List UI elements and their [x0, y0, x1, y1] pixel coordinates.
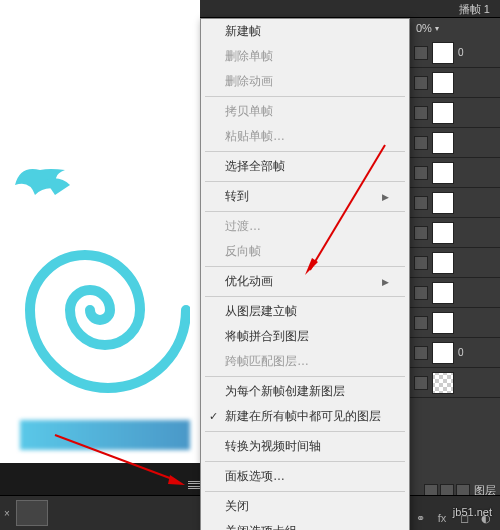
visibility-toggle-icon[interactable] [414, 346, 428, 360]
visibility-toggle-icon[interactable] [414, 76, 428, 90]
visibility-toggle-icon[interactable] [414, 226, 428, 240]
visibility-toggle-icon[interactable] [414, 256, 428, 270]
layer-row[interactable] [410, 158, 500, 188]
layer-row[interactable] [410, 128, 500, 158]
menu-paste-frame: 粘贴单帧… [201, 124, 409, 149]
fx-icon[interactable]: fx [434, 510, 450, 526]
visibility-toggle-icon[interactable] [414, 46, 428, 60]
menu-new-layers-visible[interactable]: ✓新建在所有帧中都可见的图层 [201, 404, 409, 429]
menu-copy-frame: 拷贝单帧 [201, 99, 409, 124]
opacity-control[interactable]: 0% ▾ [410, 18, 500, 38]
opacity-value: 0% [416, 22, 432, 34]
layer-thumbnail [432, 222, 454, 244]
layer-row[interactable] [410, 98, 500, 128]
menu-separator [205, 96, 405, 97]
layer-thumbnail [432, 102, 454, 124]
menu-separator [205, 461, 405, 462]
visibility-toggle-icon[interactable] [414, 196, 428, 210]
layer-row[interactable] [410, 68, 500, 98]
menu-separator [205, 491, 405, 492]
menu-separator [205, 431, 405, 432]
canvas-area[interactable] [0, 0, 200, 465]
menu-delete-frame: 删除单帧 [201, 44, 409, 69]
menu-new-frame[interactable]: 新建帧 [201, 19, 409, 44]
dropdown-arrow-icon: ▾ [435, 24, 439, 33]
layer-list: 0 0 [410, 38, 500, 398]
menu-separator [205, 151, 405, 152]
layer-row[interactable] [410, 308, 500, 338]
menu-goto[interactable]: 转到▶ [201, 184, 409, 209]
layer-thumbnail [432, 282, 454, 304]
menu-close[interactable]: 关闭 [201, 494, 409, 519]
spiral-artwork [10, 160, 190, 410]
layer-row[interactable] [410, 188, 500, 218]
canvas-cutoff [0, 463, 200, 467]
visibility-toggle-icon[interactable] [414, 136, 428, 150]
visibility-toggle-icon[interactable] [414, 106, 428, 120]
visibility-toggle-icon[interactable] [414, 166, 428, 180]
layer-row[interactable] [410, 278, 500, 308]
menu-reverse-frames: 反向帧 [201, 239, 409, 264]
menu-convert-to-video-timeline[interactable]: 转换为视频时间轴 [201, 434, 409, 459]
layer-thumbnail [432, 132, 454, 154]
layer-row[interactable]: 0 [410, 338, 500, 368]
layer-row[interactable] [410, 368, 500, 398]
layer-row[interactable] [410, 218, 500, 248]
menu-tween: 过渡… [201, 214, 409, 239]
layer-thumbnail [432, 312, 454, 334]
layer-thumbnail [432, 72, 454, 94]
menu-separator [205, 296, 405, 297]
menu-match-layers: 跨帧匹配图层… [201, 349, 409, 374]
visibility-toggle-icon[interactable] [414, 286, 428, 300]
timeline-panel-menu: 新建帧 删除单帧 删除动画 拷贝单帧 粘贴单帧… 选择全部帧 转到▶ 过渡… 反… [200, 18, 410, 530]
menu-close-tab-group[interactable]: 关闭选项卡组 [201, 519, 409, 530]
svg-marker-3 [168, 475, 185, 485]
layer-thumbnail [432, 192, 454, 214]
watermark: jb51.net [453, 506, 492, 518]
link-layers-icon[interactable]: ⚭ [412, 510, 428, 526]
menu-delete-animation: 删除动画 [201, 69, 409, 94]
close-icon[interactable]: × [4, 508, 10, 519]
menu-make-frames-from-layers[interactable]: 从图层建立帧 [201, 299, 409, 324]
menu-separator [205, 181, 405, 182]
timeline-frame-thumb[interactable] [16, 500, 48, 526]
layer-row[interactable] [410, 248, 500, 278]
layer-thumbnail [432, 162, 454, 184]
submenu-arrow-icon: ▶ [382, 192, 389, 202]
menu-separator [205, 211, 405, 212]
visibility-toggle-icon[interactable] [414, 376, 428, 390]
menu-separator [205, 266, 405, 267]
checkmark-icon: ✓ [209, 410, 218, 423]
layer-name: 0 [458, 347, 464, 358]
menu-panel-options[interactable]: 面板选项… [201, 464, 409, 489]
menu-flatten-frames-to-layers[interactable]: 将帧拼合到图层 [201, 324, 409, 349]
layer-thumbnail [432, 252, 454, 274]
menu-select-all-frames[interactable]: 选择全部帧 [201, 154, 409, 179]
layer-thumbnail [432, 372, 454, 394]
visibility-toggle-icon[interactable] [414, 316, 428, 330]
menu-optimize-animation[interactable]: 优化动画▶ [201, 269, 409, 294]
blur-region [20, 420, 190, 450]
layer-name: 0 [458, 47, 464, 58]
frame-tab-label: 播帧 1 [459, 2, 490, 17]
layers-panel: 0% ▾ 0 0 [410, 18, 500, 500]
menu-new-layer-per-frame[interactable]: 为每个新帧创建新图层 [201, 379, 409, 404]
submenu-arrow-icon: ▶ [382, 277, 389, 287]
layer-row[interactable]: 0 [410, 38, 500, 68]
layer-thumbnail [432, 42, 454, 64]
menu-separator [205, 376, 405, 377]
layer-thumbnail [432, 342, 454, 364]
top-bar: 播帧 1 [200, 0, 500, 18]
